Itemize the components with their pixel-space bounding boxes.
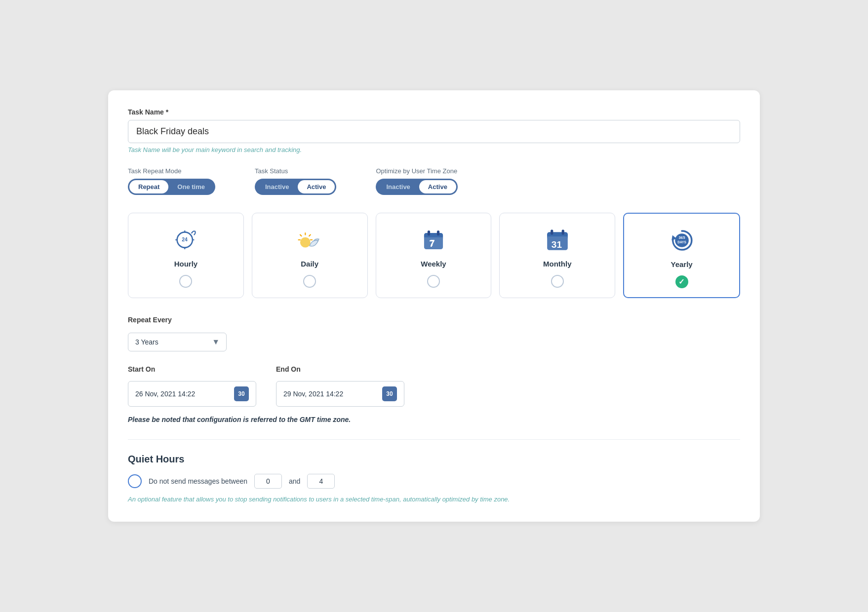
task-name-label: Task Name *	[128, 108, 740, 116]
repeat-every-section: Repeat Every 1 Year 2 Years 3 Years 4 Ye…	[128, 316, 740, 351]
task-name-input[interactable]	[128, 120, 740, 143]
quiet-hours-row: Do not send messages between and	[128, 474, 740, 489]
task-name-field: Task Name * Task Name will be your main …	[128, 108, 740, 153]
quiet-hours-label: Do not send messages between	[149, 477, 247, 485]
svg-rect-6	[428, 230, 430, 235]
svg-point-2	[300, 237, 311, 248]
quiet-hours-radio[interactable]	[128, 474, 142, 488]
hourly-radio[interactable]	[179, 275, 192, 288]
hourly-card[interactable]: 24 Hourly	[128, 213, 244, 298]
daily-radio[interactable]	[303, 275, 316, 288]
active-optimize-option[interactable]: Active	[419, 180, 456, 193]
start-on-input[interactable]: 26 Nov, 2021 14:22 30	[128, 381, 256, 407]
start-calendar-icon: 30	[234, 386, 249, 401]
svg-text:DAYS: DAYS	[677, 240, 686, 244]
start-on-label: Start On	[128, 365, 256, 373]
yearly-card[interactable]: 365 DAYS Yearly	[623, 213, 740, 298]
weekly-icon: 7 7	[419, 225, 448, 255]
svg-text:7: 7	[429, 238, 434, 249]
svg-rect-7	[437, 230, 439, 235]
gmt-note: Please be noted that configuration is re…	[128, 416, 740, 423]
end-on-label: End On	[276, 365, 404, 373]
weekly-label: Weekly	[421, 260, 446, 268]
main-card: Task Name * Task Name will be your main …	[108, 90, 760, 522]
end-on-input[interactable]: 29 Nov, 2021 14:22 30	[276, 381, 404, 407]
repeat-option[interactable]: Repeat	[129, 180, 168, 193]
task-status-group: Task Status Inactive Active	[255, 167, 336, 195]
task-name-hint: Task Name will be your main keyword in s…	[128, 146, 740, 153]
quiet-hours-hint: An optional feature that allows you to s…	[128, 495, 740, 504]
task-repeat-mode-group: Task Repeat Mode Repeat One time	[128, 167, 215, 195]
end-calendar-icon: 30	[382, 386, 397, 401]
daily-card[interactable]: Daily	[252, 213, 368, 298]
start-on-group: Start On 26 Nov, 2021 14:22 30	[128, 365, 256, 407]
active-status-option[interactable]: Active	[298, 180, 335, 193]
inactive-optimize-option[interactable]: Inactive	[377, 180, 419, 193]
svg-text:365: 365	[678, 235, 685, 240]
repeat-every-wrapper: 1 Year 2 Years 3 Years 4 Years 5 Years ▼	[128, 333, 227, 351]
task-repeat-mode-label: Task Repeat Mode	[128, 167, 215, 175]
task-status-label: Task Status	[255, 167, 336, 175]
yearly-icon: 365 DAYS	[667, 226, 697, 255]
optimize-group: Optimize by User Time Zone Inactive Acti…	[376, 167, 457, 195]
optimize-label: Optimize by User Time Zone	[376, 167, 457, 175]
svg-rect-14	[551, 230, 553, 234]
monthly-icon: 31	[543, 225, 572, 255]
weekly-card[interactable]: 7 7 Weekly	[376, 213, 492, 298]
frequency-cards: 24 Hourly Daily	[128, 213, 740, 298]
date-row: Start On 26 Nov, 2021 14:22 30 End On 29…	[128, 365, 740, 407]
task-repeat-mode-toggle[interactable]: Repeat One time	[128, 179, 215, 195]
end-on-value: 29 Nov, 2021 14:22	[283, 390, 376, 398]
repeat-every-label: Repeat Every	[128, 316, 740, 324]
monthly-radio[interactable]	[551, 275, 564, 288]
svg-text:24: 24	[182, 237, 188, 242]
svg-rect-15	[561, 230, 564, 234]
frequency-section: 24 Hourly Daily	[128, 213, 740, 298]
quiet-hours-from-input[interactable]	[254, 474, 282, 489]
yearly-label: Yearly	[671, 260, 692, 268]
hourly-label: Hourly	[174, 260, 198, 268]
hourly-icon: 24	[171, 225, 200, 255]
daily-icon	[295, 225, 324, 255]
one-time-option[interactable]: One time	[168, 180, 214, 193]
monthly-card[interactable]: 31 Monthly	[499, 213, 615, 298]
quiet-hours-to-input[interactable]	[307, 474, 335, 489]
inactive-status-option[interactable]: Inactive	[256, 180, 298, 193]
task-status-toggle[interactable]: Inactive Active	[255, 179, 336, 195]
daily-label: Daily	[301, 260, 318, 268]
quiet-hours-title: Quiet Hours	[128, 454, 740, 465]
optimize-toggle[interactable]: Inactive Active	[376, 179, 457, 195]
start-on-value: 26 Nov, 2021 14:22	[135, 390, 228, 398]
repeat-every-select[interactable]: 1 Year 2 Years 3 Years 4 Years 5 Years	[128, 333, 227, 351]
quiet-hours-section: Quiet Hours Do not send messages between…	[128, 439, 740, 504]
monthly-label: Monthly	[543, 260, 572, 268]
toggle-row: Task Repeat Mode Repeat One time Task St…	[128, 167, 740, 195]
weekly-radio[interactable]	[427, 275, 440, 288]
yearly-radio[interactable]	[675, 275, 688, 288]
end-on-group: End On 29 Nov, 2021 14:22 30	[276, 365, 404, 407]
svg-text:31: 31	[552, 239, 562, 249]
quiet-hours-and: and	[289, 477, 300, 485]
